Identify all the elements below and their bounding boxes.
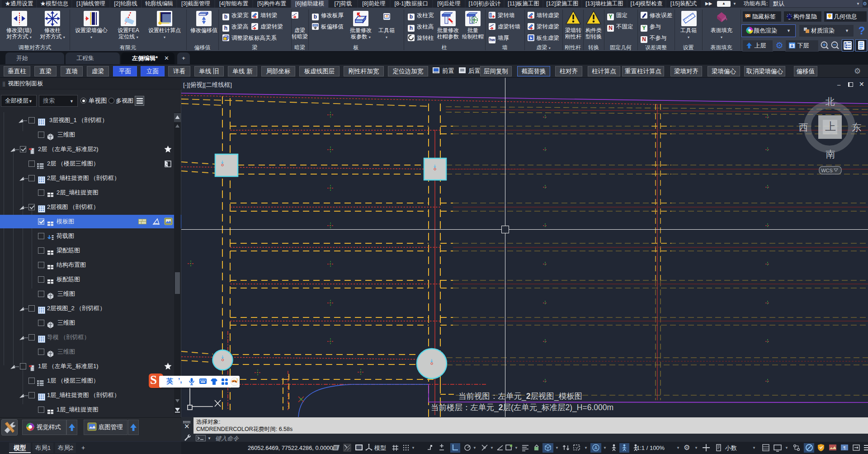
svg-text:东: 东	[852, 122, 862, 132]
svg-text:北: 北	[826, 96, 835, 107]
svg-text:上: 上	[825, 120, 836, 132]
svg-text:A: A	[594, 445, 598, 450]
svg-text:-0: -0	[385, 14, 388, 18]
svg-text:西: 西	[799, 122, 808, 132]
svg-text:南: 南	[826, 149, 835, 159]
svg-text:¶: ¶	[844, 445, 846, 450]
svg-text:WCS: WCS	[821, 168, 833, 173]
